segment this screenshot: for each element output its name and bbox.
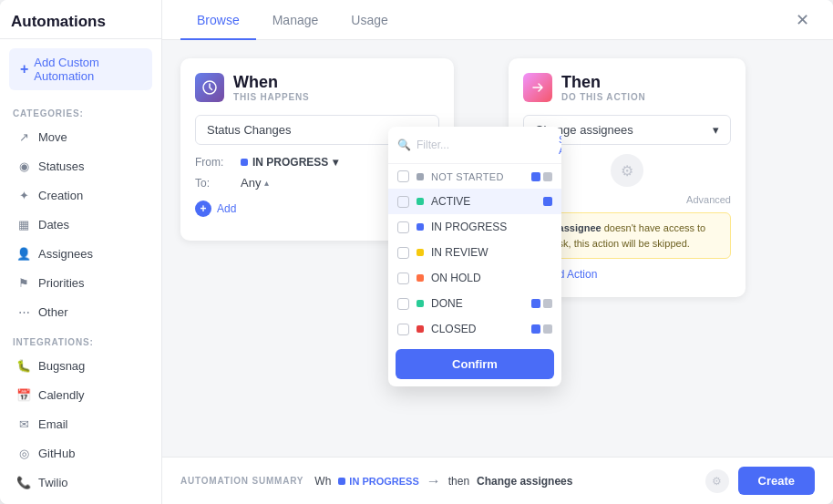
twilio-icon: 📞 [16, 475, 31, 489]
sidebar-item-bugsnag[interactable]: 🐛 Bugsnag [4, 352, 158, 379]
when-card-title: When [233, 73, 310, 92]
in-review-dot [416, 249, 424, 256]
dropdown-item-active[interactable]: ACTIVE [388, 189, 561, 214]
sidebar-item-calendly[interactable]: 📅 Calendly [4, 381, 158, 408]
caret-up-icon: ▴ [264, 178, 269, 188]
closed-mini-icon-1 [531, 324, 540, 334]
sidebar: Automations + Add Custom Automation CATE… [0, 0, 162, 504]
closed-checkbox[interactable] [397, 324, 409, 335]
main-content: Browse Manage Usage ✕ [162, 0, 833, 504]
priorities-icon: ⚑ [16, 275, 31, 290]
to-label: To: [195, 177, 233, 190]
mini-icon-1 [531, 172, 540, 181]
statuses-icon: ◉ [16, 159, 31, 173]
on-hold-checkbox[interactable] [397, 273, 409, 284]
closed-mini-icon-2 [543, 324, 552, 334]
done-icons [531, 299, 552, 308]
not-started-icons [531, 172, 552, 181]
chevron-down-icon-from: ▾ [333, 156, 338, 169]
in-progress-checkbox[interactable] [397, 221, 409, 233]
search-icon: 🔍 [397, 139, 411, 151]
tab-usage[interactable]: Usage [334, 2, 404, 40]
sidebar-item-dates[interactable]: ▦ Dates [4, 211, 158, 238]
sidebar-item-twilio[interactable]: 📞 Twilio [4, 468, 158, 496]
email-icon: ✉ [16, 417, 31, 431]
bottom-bar: AUTOMATION SUMMARY Wh IN PROGRESS → then… [162, 457, 833, 504]
active-checkbox[interactable] [397, 196, 409, 208]
other-icon: ⋯ [16, 304, 31, 319]
done-checkbox[interactable] [397, 298, 409, 310]
in-progress-dot [241, 159, 248, 166]
add-custom-automation-button[interactable]: + Add Custom Automation [9, 48, 152, 90]
assignee-keyword: assignee [559, 222, 602, 233]
gear-icon: ⚙ [611, 154, 643, 187]
move-icon: ↗ [16, 129, 31, 144]
add-condition-plus-icon: + [195, 201, 211, 217]
in-progress-dot [416, 223, 424, 231]
sidebar-item-github[interactable]: ◎ GitHub [4, 439, 158, 467]
sidebar-item-statuses[interactable]: ◉ Statuses [4, 152, 158, 180]
content-area: When THIS HAPPENS Status Changes ▾ From:… [162, 40, 833, 457]
sidebar-item-move[interactable]: ↗ Move [4, 123, 158, 150]
closed-label: CLOSED [431, 323, 476, 335]
dropdown-item-not-started[interactable]: NOT STARTED [388, 164, 561, 189]
filter-input[interactable] [416, 139, 553, 151]
then-card-title-group: Then DO THIS ACTION [561, 73, 646, 102]
active-dot [416, 198, 424, 205]
dropdown-item-in-review[interactable]: IN REVIEW [388, 240, 561, 265]
settings-button[interactable]: ⚙ [705, 469, 729, 493]
dates-icon: ▦ [16, 217, 31, 231]
plus-icon: + [20, 61, 28, 77]
tab-manage[interactable]: Manage [256, 2, 335, 40]
nav-tabs: Browse Manage Usage [180, 1, 405, 39]
summary-when-text: Wh [314, 475, 331, 488]
when-card-subtitle: THIS HAPPENS [233, 92, 310, 102]
categories-label: CATEGORIES: [0, 99, 161, 122]
status-dropdown: 🔍 Select All ? NOT STARTED [388, 127, 561, 386]
active-icons [543, 197, 552, 206]
summary-label: AUTOMATION SUMMARY [180, 476, 303, 486]
not-started-dot [416, 173, 424, 180]
summary-arrow-icon: → [427, 473, 441, 489]
summary-action-text: Change assignees [477, 475, 572, 488]
on-hold-label: ON HOLD [431, 272, 481, 284]
calendly-icon: 📅 [16, 387, 31, 402]
sidebar-item-other[interactable]: ⋯ Other [4, 298, 158, 325]
dropdown-item-closed[interactable]: CLOSED [388, 316, 561, 342]
sidebar-item-priorities[interactable]: ⚑ Priorities [4, 269, 158, 296]
assignees-icon: 👤 [16, 246, 31, 261]
dropdown-item-done[interactable]: DONE [388, 291, 561, 316]
not-started-checkbox[interactable] [397, 170, 409, 182]
filter-row: 🔍 Select All ? [388, 127, 561, 164]
create-button[interactable]: Create [738, 467, 815, 495]
tab-browse[interactable]: Browse [180, 2, 256, 40]
not-started-label: NOT STARTED [431, 171, 504, 182]
in-progress-label: IN PROGRESS [431, 221, 507, 233]
sidebar-item-creation[interactable]: ✦ Creation [4, 181, 158, 209]
creation-icon: ✦ [16, 188, 31, 202]
on-hold-dot [416, 274, 424, 282]
then-card-header: Then DO THIS ACTION [523, 73, 731, 102]
mini-icon-2 [543, 172, 552, 181]
chevron-down-icon-then: ▾ [713, 123, 719, 137]
then-card-icon [523, 73, 552, 102]
from-status-badge[interactable]: IN PROGRESS ▾ [241, 156, 338, 169]
github-icon: ◎ [16, 446, 31, 460]
closed-dot [416, 325, 424, 333]
when-card-icon [195, 73, 224, 102]
dropdown-item-on-hold[interactable]: ON HOLD [388, 265, 561, 291]
done-label: DONE [431, 297, 463, 310]
confirm-button[interactable]: Confirm [396, 349, 554, 379]
sidebar-item-email[interactable]: ✉ Email [4, 410, 158, 437]
in-review-checkbox[interactable] [397, 247, 409, 259]
app-title: Automations [0, 0, 161, 39]
sidebar-item-assignees[interactable]: 👤 Assignees [4, 240, 158, 267]
dropdown-item-in-progress[interactable]: IN PROGRESS [388, 214, 561, 240]
select-all-button[interactable]: Select All [559, 134, 561, 156]
done-mini-icon-1 [531, 299, 540, 308]
done-dot [416, 300, 424, 307]
when-card-header: When THIS HAPPENS [195, 73, 439, 102]
to-any-selector[interactable]: Any ▴ [241, 176, 269, 190]
summary-dot [338, 478, 345, 485]
close-button[interactable]: ✕ [789, 7, 815, 33]
